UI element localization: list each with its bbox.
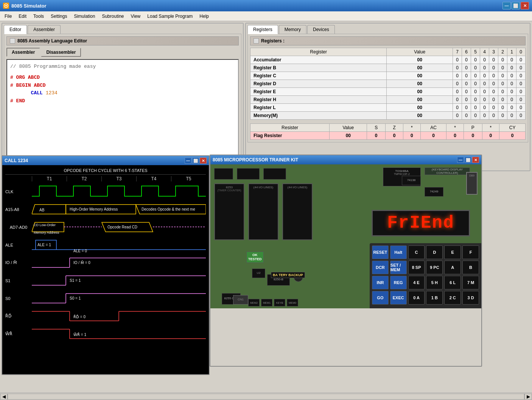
key-reset[interactable]: RESET [372, 245, 389, 259]
reg-bit-6-5: 0 [498, 104, 507, 112]
menu-subroutine[interactable]: Subroutine [99, 12, 127, 20]
reg-bit-4-1: 0 [462, 88, 471, 96]
s0-row: S0 S0 = 1 [5, 290, 206, 307]
svg-text:Opcode Read CD: Opcode Read CD [107, 225, 137, 229]
reg-name-4: Register E [250, 88, 387, 96]
reg-bit-4-6: 0 [507, 88, 516, 96]
key-set-mem[interactable]: SET / MEM [390, 261, 407, 274]
tstate-3: T3 [101, 176, 136, 181]
reg-bit-1-2: 0 [471, 64, 480, 72]
close-button[interactable]: ✕ [521, 2, 529, 9]
reg-bit-7-4: 0 [489, 112, 498, 120]
menu-file[interactable]: File [2, 12, 15, 20]
tab-editor[interactable]: Editor [4, 25, 27, 34]
reg-bit-5-2: 0 [471, 96, 480, 104]
flag-name: Flag Resister [250, 132, 330, 140]
menu-settings[interactable]: Settings [48, 12, 70, 20]
wr-row: W̄R̄ W̄R̄ = 1 [5, 325, 206, 342]
call-close-btn[interactable]: ✕ [200, 158, 207, 164]
svg-text:S0 = 1: S0 = 1 [70, 296, 81, 300]
tab-assembler[interactable]: Assembler [28, 25, 61, 34]
s1-label: S1 [5, 272, 32, 289]
code-line-4: # END [10, 97, 235, 105]
trainer-max-btn[interactable]: ⬜ [465, 157, 471, 163]
trainer-close-btn[interactable]: ✕ [472, 157, 479, 163]
reg-bit-2-6: 0 [507, 72, 516, 80]
scroll-left[interactable]: ◀ [0, 394, 8, 400]
key-8sp[interactable]: 8 SP [408, 261, 425, 274]
menu-help[interactable]: Help [196, 12, 212, 20]
flag-table: Resister Value S Z * AC * P * CY [250, 123, 526, 140]
sub-tab-disassembler[interactable]: Disassembler [41, 48, 81, 57]
reg-bit-2-3: 0 [480, 72, 489, 80]
call-title: CALL 1234 [5, 158, 28, 163]
ale-signal: ALE = 1 ALE = 0 [32, 236, 206, 253]
key-c[interactable]: C [408, 245, 425, 259]
menu-simulation[interactable]: Simulation [71, 12, 98, 20]
s1-signal: S1 = 1 [32, 272, 206, 289]
col-header-0: 0 [516, 48, 526, 56]
call-max-btn[interactable]: ⬜ [192, 158, 199, 164]
reg-bit-7-1: 0 [462, 112, 471, 120]
connector-cn1: CN1 [233, 295, 248, 305]
scrollbar-track[interactable] [8, 394, 524, 400]
ic-74249: 74249 [425, 187, 443, 197]
reg-bit-3-3: 0 [480, 80, 489, 88]
key-d[interactable]: D [426, 245, 443, 259]
trainer-min-btn[interactable]: — [457, 157, 464, 163]
registers-tabs: Registers Memory Devices [246, 23, 530, 34]
ic-cn3 [237, 168, 260, 180]
key-5h[interactable]: 5 H [426, 276, 443, 289]
key-b[interactable]: B [462, 261, 479, 274]
menu-tools[interactable]: Tools [30, 12, 47, 20]
key-exec[interactable]: EXEC [390, 291, 407, 305]
menu-load-sample[interactable]: Load Sample Program [144, 12, 196, 20]
key-e[interactable]: E [444, 245, 461, 259]
key-a[interactable]: A [444, 261, 461, 274]
register-row-5: Register H0000000000 [250, 96, 526, 104]
keypad-row-1: RESET Halt C D E F [372, 245, 479, 259]
tab-memory[interactable]: Memory [279, 25, 306, 34]
code-line-3: CALL 1234 [10, 89, 235, 97]
key-6l[interactable]: 6 L [444, 276, 461, 289]
sub-tab-assembler[interactable]: Assembler [6, 48, 40, 57]
ic-74138-1: 74138 [402, 176, 421, 185]
reg-bit-7-0: 0 [453, 112, 462, 120]
key-1b[interactable]: 1 B [426, 291, 443, 305]
key-3d[interactable]: 3 D [462, 291, 479, 305]
key-dcr[interactable]: DCR [372, 261, 389, 274]
ic-large-left: 8253 (TIMER COUNTER) [214, 183, 244, 240]
registers-icon [254, 38, 259, 44]
flag-bit-s: 0 [367, 132, 386, 140]
call-min-btn[interactable]: — [185, 158, 191, 164]
key-reg[interactable]: REG [390, 276, 407, 289]
ad7-ad0-row: AD7-AD0 CD Low-Order Memory Address Opco… [5, 219, 206, 236]
key-0a[interactable]: 0 A [408, 291, 425, 305]
key-4e[interactable]: 4 E [408, 276, 425, 289]
scroll-right[interactable]: ▶ [524, 394, 532, 400]
tstate-4: T4 [136, 176, 171, 181]
key-7m[interactable]: 7 M [462, 276, 479, 289]
reg-bit-3-5: 0 [498, 80, 507, 88]
key-9pc[interactable]: 9 PC [426, 261, 443, 274]
mem-chips: MEM2 MEM1 KEYB MEM0 [248, 299, 298, 306]
io-m-signal: IO / M̄ = 0 [32, 254, 206, 271]
reg-bit-0-7: 0 [516, 56, 526, 64]
reg-bit-6-0: 0 [453, 104, 462, 112]
key-halt[interactable]: Halt [390, 245, 407, 259]
key-f[interactable]: F [462, 245, 479, 259]
code-editor[interactable]: // 8085 Programming made easy # ORG ABCD… [6, 59, 239, 165]
key-inr[interactable]: INR [372, 276, 389, 289]
flag-bit-ac: 0 [420, 132, 446, 140]
minimize-button[interactable]: — [502, 2, 511, 9]
key-2c[interactable]: 2 C [444, 291, 461, 305]
key-go[interactable]: GO [372, 291, 389, 305]
menu-view[interactable]: View [128, 12, 143, 20]
keypad-row-4: GO EXEC 0 A 1 B 2 C 3 D [372, 291, 479, 305]
tab-registers[interactable]: Registers [247, 25, 278, 34]
ad7-ad0-signal: CD Low-Order Memory Address Opcode Read … [32, 219, 206, 236]
maximize-button[interactable]: ⬜ [512, 2, 520, 9]
flag-col-star2: * [446, 124, 464, 132]
menu-edit[interactable]: Edit [16, 12, 30, 20]
tab-devices[interactable]: Devices [307, 25, 335, 34]
